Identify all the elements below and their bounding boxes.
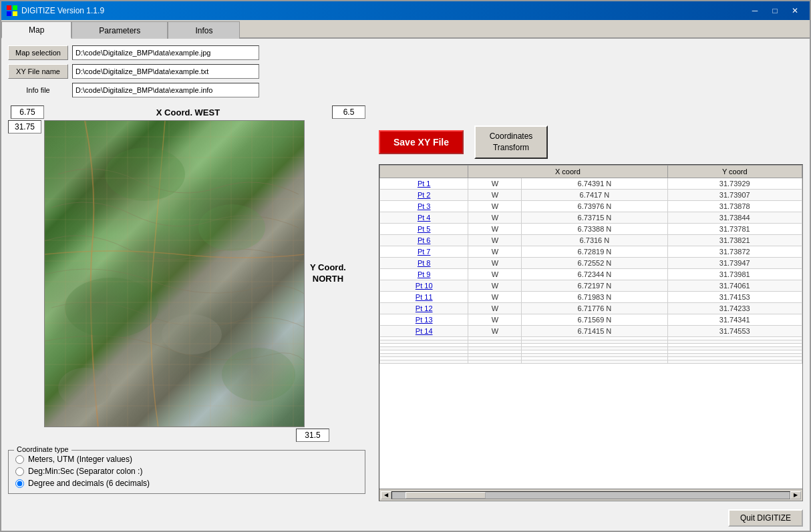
x-coord-cell: 6.72197 N: [522, 280, 667, 291]
map-selection-input[interactable]: [72, 45, 259, 60]
radio-dms-label[interactable]: Deg:Min:Sec (Separator colon :): [28, 467, 142, 476]
data-table: X coord Y coord Pt 1 W 6.74391 N 31.7392…: [379, 165, 802, 364]
x-coord-cell: 6.71415 N: [522, 325, 667, 336]
tab-parameters[interactable]: Parameters: [71, 21, 168, 39]
action-bar: Save XY File Coordinates Transform: [379, 125, 803, 159]
y-coord-label: Y Coord.NORTH: [310, 262, 346, 285]
dir-x-cell: W: [468, 234, 522, 246]
dir-x-cell: W: [468, 302, 522, 314]
pt-cell[interactable]: Pt 13: [380, 314, 468, 325]
title-bar-left: DIGITIZE Version 1.1.9: [7, 5, 104, 16]
y-coord-cell: 31.74233: [667, 302, 802, 314]
xy-file-input[interactable]: [72, 64, 259, 79]
table-row[interactable]: Pt 6 W 6.7316 N 31.73821: [380, 234, 802, 246]
radio-deg-row: Degree and decimals (6 decimals): [15, 479, 358, 488]
svg-rect-1: [13, 5, 17, 10]
y-coord-cell: 31.73981: [667, 268, 802, 280]
table-row[interactable]: Pt 14 W 6.71415 N 31.74553: [380, 325, 802, 336]
scroll-left-arrow[interactable]: ◀: [381, 491, 391, 499]
close-button[interactable]: ✕: [786, 4, 804, 17]
table-row[interactable]: Pt 11 W 6.71983 N 31.74153: [380, 291, 802, 302]
pt-cell[interactable]: Pt 12: [380, 302, 468, 314]
table-row[interactable]: Pt 5 W 6.73388 N 31.73781: [380, 223, 802, 234]
right-panel: Save XY File Coordinates Transform X coo…: [372, 39, 810, 532]
horizontal-scrollbar[interactable]: ◀ ▶: [379, 489, 802, 501]
x-coord-label: X Coord. WEST: [49, 107, 327, 117]
x-coord-cell: 6.72344 N: [522, 268, 667, 280]
pt-cell[interactable]: Pt 7: [380, 246, 468, 257]
pt-cell[interactable]: Pt 1: [380, 178, 468, 189]
table-row[interactable]: Pt 12 W 6.71776 N 31.74233: [380, 302, 802, 314]
table-row[interactable]: Pt 9 W 6.72344 N 31.73981: [380, 268, 802, 280]
radio-deg[interactable]: [15, 479, 24, 488]
map-selection-row: Map selection: [8, 45, 365, 60]
radio-utm[interactable]: [15, 455, 24, 464]
map-image[interactable]: [44, 120, 305, 427]
y-coord-cell: 31.73947: [667, 257, 802, 268]
y-bottom-value: 31.5: [296, 429, 329, 442]
map-selection-button[interactable]: Map selection: [8, 45, 68, 60]
col-header-pt: [380, 165, 468, 178]
radio-dms[interactable]: [15, 467, 24, 476]
xy-file-button[interactable]: XY File name: [8, 64, 68, 79]
x-right-value: 6.5: [332, 105, 365, 119]
table-row[interactable]: Pt 4 W 6.73715 N 31.73844: [380, 212, 802, 223]
coordinate-type-legend: Coordinate type: [14, 445, 71, 453]
table-row[interactable]: Pt 8 W 6.72552 N 31.73947: [380, 257, 802, 268]
x-coord-cell: 6.71983 N: [522, 291, 667, 302]
scroll-thumb[interactable]: [406, 492, 486, 499]
pt-cell[interactable]: Pt 4: [380, 212, 468, 223]
table-row[interactable]: Pt 1 W 6.74391 N 31.73929: [380, 178, 802, 189]
y-coord-cell: 31.74153: [667, 291, 802, 302]
map-grid-overlay: [45, 121, 304, 427]
y-coord-cell: 31.73907: [667, 189, 802, 200]
table-row[interactable]: Pt 13 W 6.71569 N 31.74341: [380, 314, 802, 325]
main-content: Map selection XY File name Info file 6.7…: [1, 39, 810, 532]
table-row[interactable]: Pt 10 W 6.72197 N 31.74061: [380, 280, 802, 291]
dir-x-cell: W: [468, 178, 522, 189]
title-bar: DIGITIZE Version 1.1.9 ─ □ ✕: [1, 1, 810, 20]
info-file-row: Info file: [8, 83, 365, 97]
y-coord-cell: 31.73878: [667, 200, 802, 212]
app-icon: [7, 5, 17, 16]
pt-cell[interactable]: Pt 6: [380, 234, 468, 246]
pt-cell[interactable]: Pt 5: [380, 223, 468, 234]
info-file-input[interactable]: [72, 83, 259, 97]
radio-deg-label[interactable]: Degree and decimals (6 decimals): [28, 479, 150, 488]
map-area: 6.75 X Coord. WEST 6.5 31.75: [8, 105, 365, 442]
quit-button[interactable]: Quit DIGITIZE: [728, 509, 803, 527]
tab-map[interactable]: Map: [1, 21, 71, 39]
scroll-right-arrow[interactable]: ▶: [790, 491, 801, 499]
coordinates-transform-button[interactable]: Coordinates Transform: [474, 125, 548, 159]
pt-cell[interactable]: Pt 10: [380, 280, 468, 291]
x-coord-cell: 6.72819 N: [522, 246, 667, 257]
title-bar-controls: ─ □ ✕: [746, 4, 804, 17]
radio-utm-label[interactable]: Meters, UTM (Integer values): [28, 455, 132, 464]
table-row[interactable]: Pt 2 W 6.7417 N 31.73907: [380, 189, 802, 200]
x-coord-cell: 6.7316 N: [522, 234, 667, 246]
pt-cell[interactable]: Pt 8: [380, 257, 468, 268]
pt-cell[interactable]: Pt 9: [380, 268, 468, 280]
table-row[interactable]: Pt 3 W 6.73976 N 31.73878: [380, 200, 802, 212]
table-row[interactable]: Pt 7 W 6.72819 N 31.73872: [380, 246, 802, 257]
y-coord-cell: 31.74553: [667, 325, 802, 336]
scroll-track[interactable]: [391, 491, 790, 499]
pt-cell[interactable]: Pt 11: [380, 291, 468, 302]
pt-cell[interactable]: Pt 14: [380, 325, 468, 336]
table-body: Pt 1 W 6.74391 N 31.73929 Pt 2 W 6.7417 …: [380, 178, 802, 363]
x-coord-cell: 6.73388 N: [522, 223, 667, 234]
tab-infos[interactable]: Infos: [168, 21, 240, 39]
x-coord-cell: 6.71569 N: [522, 314, 667, 325]
info-file-label: Info file: [8, 86, 68, 94]
coord-top-row: 6.75 X Coord. WEST 6.5: [8, 105, 365, 119]
save-xy-button[interactable]: Save XY File: [379, 130, 464, 154]
pt-cell[interactable]: Pt 2: [380, 189, 468, 200]
x-coord-cell: 6.74391 N: [522, 178, 667, 189]
table-scroll[interactable]: X coord Y coord Pt 1 W 6.74391 N 31.7392…: [379, 165, 802, 489]
svg-rect-0: [7, 5, 11, 10]
minimize-button[interactable]: ─: [746, 4, 764, 17]
maximize-button[interactable]: □: [766, 4, 784, 17]
y-coord-cell: 31.73821: [667, 234, 802, 246]
pt-cell[interactable]: Pt 3: [380, 200, 468, 212]
left-panel: Map selection XY File name Info file 6.7…: [1, 39, 372, 532]
